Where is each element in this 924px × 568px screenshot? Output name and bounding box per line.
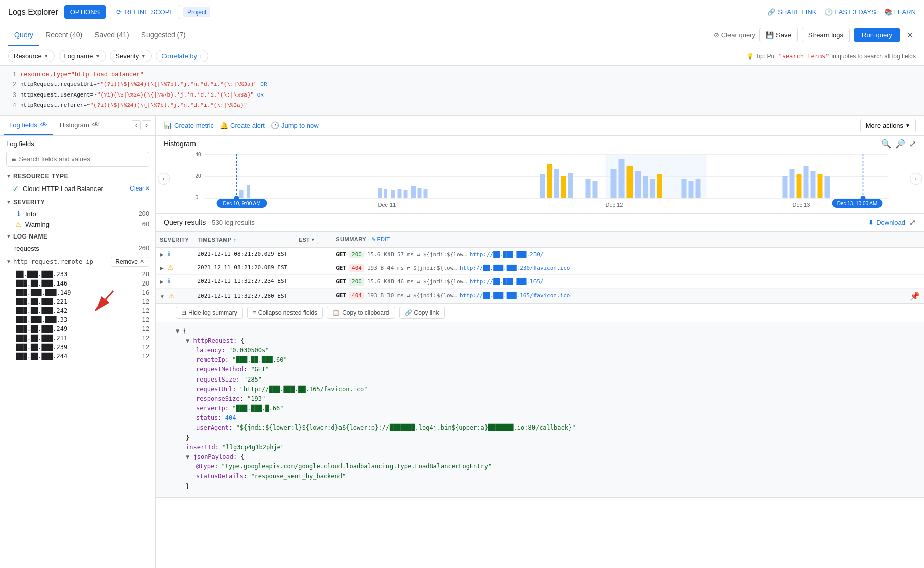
clear-icon: ⊘ — [714, 31, 719, 39]
row-expand-btn-1[interactable]: ▶ — [160, 252, 164, 257]
histogram-svg-wrapper: ‹ › 40 20 0 — [156, 149, 924, 209]
log-name-filter[interactable]: Log name ▼ — [59, 50, 106, 62]
table-row[interactable]: ▶ ⚠ 2021-12-11 08:21:20.089 EST GET 404 … — [156, 261, 924, 274]
learn-button[interactable]: 📚 LEARN — [884, 8, 916, 16]
create-alert-button[interactable]: 🔔 Create alert — [220, 121, 265, 129]
ip-item[interactable]: ███.██.███.24412 — [0, 352, 155, 361]
svg-text:20: 20 — [196, 173, 202, 179]
stream-logs-button[interactable]: Stream logs — [802, 28, 850, 42]
row-summary-2: GET 404 193 B 44 ms ⇄ ${jndi:${low… http… — [332, 261, 924, 274]
log-name-section-header[interactable]: ▼ LOG NAME — [0, 230, 155, 243]
warning-count: 60 — [142, 221, 149, 228]
search-fields-input[interactable] — [19, 155, 143, 163]
severity-filter[interactable]: Severity ▼ — [110, 50, 152, 62]
log-name-requests-item[interactable]: requests 260 — [0, 243, 155, 254]
edit-summary-button[interactable]: ✎ EDIT — [371, 236, 390, 243]
line-num-1: 1 — [8, 70, 16, 80]
collapse-nested-button[interactable]: ≡ Collapse nested fields — [247, 307, 323, 319]
section-log-name: ▼ LOG NAME requests 260 — [0, 230, 155, 254]
app-title: Logs Explorer — [8, 8, 58, 17]
filter-bar: Resource ▼ Log name ▼ Severity ▼ Correla… — [0, 46, 924, 66]
close-panel-button[interactable]: ✕ — [904, 28, 916, 43]
svg-rect-20 — [547, 164, 552, 198]
tab-recent[interactable]: Recent (40) — [39, 24, 88, 46]
svg-rect-34 — [689, 181, 694, 198]
ip-item[interactable]: ███.██.███.24912 — [0, 324, 155, 334]
ip-item[interactable]: ██.███.███.23328 — [0, 270, 155, 279]
svg-rect-21 — [554, 169, 559, 198]
panel-collapse-btn[interactable]: ‹ — [132, 120, 141, 130]
severity-info-icon-1: ℹ — [168, 250, 170, 258]
copy-link-button[interactable]: 🔗 Copy link — [399, 307, 445, 319]
row-expand-btn-2[interactable]: ▶ — [160, 265, 164, 271]
query-code-1: resource.type="http_load_balancer" — [20, 70, 144, 80]
remove-x-icon[interactable]: ✕ — [140, 258, 144, 265]
histogram-next-button[interactable]: › — [910, 173, 922, 185]
save-button[interactable]: 💾 Save — [759, 28, 798, 42]
tab-suggested[interactable]: Suggested (7) — [135, 24, 192, 46]
histogram-tools: 🔍 🔎 ⤢ — [881, 139, 916, 149]
th-est[interactable]: EST ▼ — [291, 232, 332, 248]
results-title: Query results — [164, 218, 206, 226]
ip-item[interactable]: ███.███.███.3312 — [0, 315, 155, 324]
collapse-icon: ≡ — [253, 309, 256, 316]
http-request-header[interactable]: ▼ http_request.remote_ip Remove ✕ — [0, 254, 155, 270]
th-timestamp[interactable]: TIMESTAMP ↑ — [193, 232, 291, 248]
ip-count: 16 — [142, 289, 149, 296]
ip-item[interactable]: ███.███.███.14916 — [0, 288, 155, 297]
clear-query-button[interactable]: ⊘ Clear query — [714, 31, 755, 39]
ip-count: 12 — [142, 307, 149, 314]
requests-label: requests — [14, 245, 136, 252]
run-query-button[interactable]: Run query — [854, 28, 900, 42]
tab-histogram[interactable]: Histogram 👁 — [55, 116, 105, 136]
row-expand-btn-3[interactable]: ▶ — [160, 279, 164, 285]
tab-log-fields[interactable]: Log fields 👁 — [4, 116, 53, 136]
options-button[interactable]: OPTIONS — [64, 5, 106, 19]
create-metric-button[interactable]: 📊 Create metric — [164, 121, 214, 129]
fullscreen-button[interactable]: ⤢ — [909, 218, 916, 227]
resource-filter[interactable]: Resource ▼ — [8, 50, 55, 62]
clear-resource-button[interactable]: Clear × — [130, 185, 149, 192]
query-editor[interactable]: 1 resource.type="http_load_balancer" 2 h… — [0, 66, 924, 116]
panel-expand-btn[interactable]: › — [142, 120, 151, 130]
jump-to-now-button[interactable]: 🕐 Jump to now — [271, 121, 319, 129]
table-row-expanded[interactable]: ▼ ⚠ 2021-12-11 11:32:27.280 EST GET 404 … — [156, 288, 924, 303]
ip-item[interactable]: ███.██.███.22112 — [0, 297, 155, 306]
row-expand-btn-4[interactable]: ▼ — [160, 294, 165, 299]
resource-type-header[interactable]: ▼ RESOURCE TYPE — [0, 171, 155, 182]
tab-saved[interactable]: Saved (41) — [88, 24, 135, 46]
tab-query[interactable]: Query — [8, 24, 39, 46]
refine-scope-button[interactable]: ⟳ REFINE SCOPE — [110, 5, 180, 19]
section-severity: ▼ SEVERITY ℹ Info 200 ⚠ Warning 60 — [0, 196, 155, 230]
severity-info-item[interactable]: ℹ Info 200 — [0, 209, 155, 219]
ip-item[interactable]: ███.██.███.23912 — [0, 343, 155, 352]
ip-item[interactable]: ███.██.███.14620 — [0, 279, 155, 288]
last-days-button[interactable]: 🕐 LAST 3 DAYS — [824, 8, 876, 16]
resource-type-item: ✓ Cloud HTTP Load Balancer Clear × — [0, 182, 155, 196]
correlate-by-filter[interactable]: Correlate by + — [156, 50, 208, 62]
ip-item[interactable]: ███.██.███.21112 — [0, 334, 155, 343]
more-actions-button[interactable]: More actions ▼ — [860, 119, 916, 132]
severity-header[interactable]: ▼ SEVERITY — [0, 196, 155, 209]
resource-type-value: Cloud HTTP Load Balancer — [23, 185, 126, 193]
expanded-row-content: ⊟ Hide log summary ≡ Collapse nested fie… — [156, 303, 924, 497]
hide-summary-button[interactable]: ⊟ Hide log summary — [176, 307, 243, 319]
metric-icon: 📊 — [164, 121, 172, 129]
share-link-button[interactable]: 🔗 SHARE LINK — [767, 8, 816, 16]
results-count: 530 log results — [212, 219, 255, 226]
zoom-in-icon[interactable]: 🔍 — [881, 139, 891, 149]
pin-icon[interactable]: 📌 — [910, 291, 920, 301]
search-fields-box[interactable]: ≡ — [6, 152, 149, 167]
ip-item[interactable]: ███.██.███.24212 — [0, 306, 155, 315]
histogram-expand-icon[interactable]: ⤢ — [909, 139, 916, 149]
copy-to-clipboard-button[interactable]: 📋 Copy to clipboard — [327, 307, 395, 319]
remove-chip[interactable]: Remove ✕ — [111, 257, 149, 267]
th-summary: SUMMARY ✎ EDIT — [332, 232, 924, 248]
table-row[interactable]: ▶ ℹ 2021-12-11 11:32:27.234 EST GET 200 … — [156, 274, 924, 288]
zoom-out-icon[interactable]: 🔎 — [895, 139, 905, 149]
histogram-prev-button[interactable]: ‹ — [158, 173, 170, 185]
severity-warning-item[interactable]: ⚠ Warning 60 — [0, 219, 155, 230]
svg-rect-27 — [619, 159, 625, 198]
table-row[interactable]: ▶ ℹ 2021-12-11 08:21:20.029 EST GET 200 … — [156, 247, 924, 261]
download-button[interactable]: ⬇ Download — [868, 219, 905, 226]
